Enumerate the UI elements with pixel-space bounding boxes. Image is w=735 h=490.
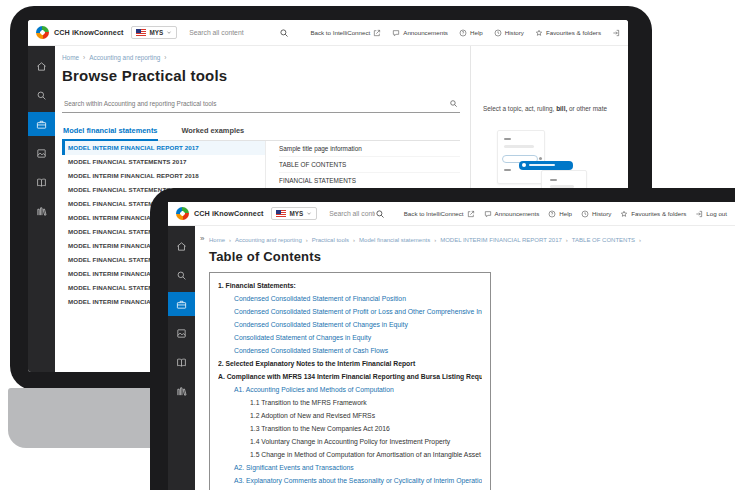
header-nav: Back to IntelliConnect Announcements Hel… — [299, 29, 620, 37]
toc-main: HomeAccounting and reportingPractical to… — [195, 226, 735, 490]
preview-hint-text: Select a topic, act, ruling, bill, or ot… — [483, 104, 622, 114]
sidebar-item-practical-tools[interactable] — [28, 112, 55, 136]
expand-sidebar-icon[interactable] — [200, 234, 204, 243]
nav-label: History — [592, 210, 611, 217]
sidebar-item-publications[interactable] — [168, 350, 195, 374]
toc-row[interactable]: Condensed Consolidated Statement of Cash… — [218, 344, 482, 357]
front-window: CCH iKnowConnect MYS Search all content … — [168, 202, 735, 490]
breadcrumb-item[interactable]: Practical tools — [312, 237, 355, 243]
toc-row[interactable]: A2. Significant Events and Transactions — [218, 461, 482, 474]
search-icon[interactable] — [279, 28, 289, 38]
breadcrumb-item[interactable]: Model financial statements — [359, 237, 436, 243]
nav-favourites-folders[interactable]: Favourites & folders — [535, 29, 601, 37]
page-title: Browse Practical tools — [62, 67, 470, 84]
section-item[interactable]: Sample title page information — [279, 141, 460, 157]
breadcrumb-item[interactable]: Home — [209, 237, 231, 243]
filter-search-input[interactable]: Search within Accounting and reporting P… — [62, 99, 460, 113]
nav-label: Announcements — [495, 210, 540, 217]
nav-favourites-folders[interactable]: Favourites & folders — [620, 210, 686, 218]
search-icon[interactable] — [449, 99, 458, 108]
toc-row[interactable]: A. Compliance with MFRS 134 Interim Fina… — [218, 370, 482, 383]
sidebar-item-news[interactable] — [168, 321, 195, 345]
sidebar-item-search[interactable] — [28, 83, 55, 107]
tab[interactable]: Worked examples — [180, 123, 245, 140]
toc-row[interactable]: A3. Explanatory Comments about the Seaso… — [218, 474, 482, 487]
toc-row[interactable]: Condensed Consolidated Statement of Chan… — [218, 318, 482, 331]
global-search-input[interactable]: Search all content — [329, 210, 375, 217]
star-icon — [620, 210, 628, 218]
breadcrumb-item[interactable]: Home — [62, 54, 85, 61]
nav-label: Back to IntelliConnect — [404, 210, 464, 217]
chevron-down-icon — [166, 30, 172, 35]
region-code: MYS — [289, 210, 303, 217]
star-icon — [535, 29, 543, 37]
history-icon — [494, 29, 502, 37]
nav-help[interactable]: Help — [548, 210, 572, 218]
toc-row[interactable]: 1.2 Adoption of New and Revised MFRSs — [218, 409, 482, 422]
nav-label: Help — [470, 29, 483, 36]
toc-row[interactable]: 1. Financial Statements: — [218, 279, 482, 292]
breadcrumb-item[interactable]: TABLE OF CONTENTS — [572, 237, 641, 243]
news-icon — [36, 148, 47, 159]
nav-log-out[interactable]: Log out — [695, 210, 727, 218]
announcement-icon — [392, 29, 400, 37]
hint-text-bold: bill, — [556, 105, 567, 112]
breadcrumb-item[interactable]: Accounting and reporting — [89, 54, 166, 61]
nav-history[interactable]: History — [494, 29, 524, 37]
section-item[interactable]: TABLE OF CONTENTS — [279, 157, 460, 173]
list-item[interactable]: MODEL INTERIM FINANCIAL REPORT 2017 — [62, 141, 265, 155]
sidebar-item-publications[interactable] — [28, 170, 55, 194]
toc-row[interactable]: 1.4 Voluntary Change in Accounting Polic… — [218, 435, 482, 448]
toc-row[interactable]: A1. Accounting Policies and Methods of C… — [218, 383, 482, 396]
nav-back-to-intelliconnect[interactable]: Back to IntelliConnect — [404, 210, 475, 218]
list-item[interactable]: MODEL FINANCIAL STATEMENTS 2017 — [62, 155, 265, 169]
sidebar-item-practical-tools[interactable] — [168, 292, 195, 316]
brand-name: CCH iKnowConnect — [194, 209, 263, 218]
region-selector[interactable]: MYS — [271, 207, 317, 220]
search-icon — [36, 90, 47, 101]
open-book-icon — [176, 357, 187, 368]
search-icon — [176, 270, 187, 281]
announcement-icon — [484, 210, 492, 218]
hint-text: Select a topic, act, ruling, — [483, 105, 556, 112]
search-icon[interactable] — [375, 209, 385, 219]
list-item[interactable]: MODEL INTERIM FINANCIAL REPORT 2018 — [62, 169, 265, 183]
app-header: CCH iKnowConnect MYS Search all content … — [28, 20, 628, 46]
sidebar-item-home[interactable] — [168, 234, 195, 258]
nav-label: Back to IntelliConnect — [310, 29, 370, 36]
toc-row[interactable]: 2. Selected Explanatory Notes to the Int… — [218, 357, 482, 370]
toc-row[interactable]: 1.1 Transition to the MFRS Framework — [218, 396, 482, 409]
nav-announcements[interactable]: Announcements — [484, 210, 540, 218]
toc-row[interactable]: Condensed Consolidated Statement of Prof… — [218, 305, 482, 318]
toc-row[interactable]: 1.5 Change in Method of Computation for … — [218, 448, 482, 461]
breadcrumb-item[interactable]: MODEL INTERIM FINANCIAL REPORT 2017 — [440, 237, 568, 243]
brand-name: CCH iKnowConnect — [54, 28, 123, 37]
nav-log-out[interactable] — [612, 29, 620, 37]
section-item[interactable]: FINANCIAL STATEMENTS — [279, 173, 460, 189]
toc-row[interactable]: Consolidated Statement of Changes in Equ… — [218, 331, 482, 344]
history-icon — [581, 210, 589, 218]
home-icon — [36, 61, 47, 72]
tab-bar: Model financial statementsWorked example… — [62, 123, 460, 141]
toc-row[interactable]: 1.3 Transition to the New Companies Act … — [218, 422, 482, 435]
breadcrumb-item[interactable]: Accounting and reporting — [235, 237, 308, 243]
library-icon — [176, 386, 187, 397]
nav-history[interactable]: History — [581, 210, 611, 218]
nav-back-to-intelliconnect[interactable]: Back to IntelliConnect — [310, 29, 381, 37]
nav-announcements[interactable]: Announcements — [392, 29, 448, 37]
help-icon — [459, 29, 467, 37]
sidebar-item-home[interactable] — [28, 54, 55, 78]
toc-row[interactable]: Condensed Consolidated Statement of Fina… — [218, 292, 482, 305]
tab[interactable]: Model financial statements — [62, 123, 158, 141]
chevron-down-icon — [306, 211, 312, 216]
region-selector[interactable]: MYS — [131, 26, 177, 39]
sidebar-item-search[interactable] — [168, 263, 195, 287]
sidebar-item-library[interactable] — [168, 379, 195, 403]
global-search-input[interactable]: Search all content — [189, 29, 279, 36]
sidebar-item-news[interactable] — [28, 141, 55, 165]
sidebar-item-library[interactable] — [28, 199, 55, 223]
hint-text: or other mate — [567, 105, 607, 112]
nav-help[interactable]: Help — [459, 29, 483, 37]
open-book-icon — [36, 177, 47, 188]
log-out-icon — [612, 29, 620, 37]
